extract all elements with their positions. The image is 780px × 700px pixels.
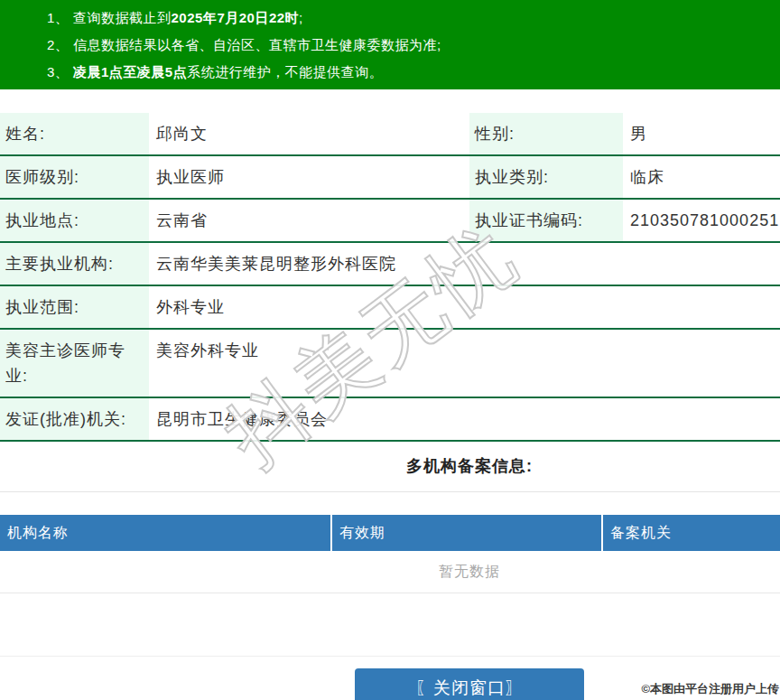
column-header-validity-period: 有效期 xyxy=(332,515,603,551)
field-value-practice-scope: 外科专业 xyxy=(149,285,780,329)
table-row: 美容主诊医师专业: 美容外科专业 xyxy=(0,329,780,397)
field-value-name: 邱尚文 xyxy=(149,113,469,155)
notice-line-3: 3、 凌晨1点至凌晨5点系统进行维护，不能提供查询。 xyxy=(47,59,771,86)
notice-line-3-text: 3、 xyxy=(47,64,73,79)
field-value-issuing-authority: 昆明市卫生健康委员会 xyxy=(149,397,780,441)
table-row: 执业范围: 外科专业 xyxy=(0,285,780,329)
field-label-doctor-level: 医师级别: xyxy=(0,155,149,199)
table-row: 发证(批准)机关: 昆明市卫生健康委员会 xyxy=(0,397,780,441)
upload-note: ©本图由平台注册用户上传 xyxy=(641,681,779,697)
field-value-certificate-code: 210350781000251 xyxy=(623,199,780,242)
notice-line-3-bold: 凌晨1点至凌晨5点 xyxy=(73,64,187,79)
field-value-main-institution: 云南华美美莱昆明整形外科医院 xyxy=(149,242,780,285)
doctor-info-table: 姓名: 邱尚文 性别: 男 医师级别: 执业医师 执业类别: 临床 执业地点: … xyxy=(0,113,780,442)
field-value-doctor-level: 执业医师 xyxy=(149,155,469,199)
field-label-name: 姓名: xyxy=(0,113,149,155)
notice-line-1-tail: ; xyxy=(299,10,303,25)
table-row: 主要执业机构: 云南华美美莱昆明整形外科医院 xyxy=(0,242,780,285)
column-header-filing-authority: 备案机关 xyxy=(603,515,780,551)
notice-line-1: 1、 查询数据截止到2025年7月20日22时; xyxy=(47,5,771,32)
notice-banner: 1、 查询数据截止到2025年7月20日22时; 2、 信息数据结果以各省、自治… xyxy=(0,0,780,89)
notice-line-2: 2、 信息数据结果以各省、自治区、直辖市卫生健康委数据为准; xyxy=(47,32,771,59)
table-row: 姓名: 邱尚文 性别: 男 xyxy=(0,113,780,155)
section-title-multi-institution: 多机构备案信息: xyxy=(0,442,780,491)
notice-line-2-text: 2、 信息数据结果以各省、自治区、直辖市卫生健康委数据为准; xyxy=(47,37,441,52)
filing-table-header: 机构名称 有效期 备案机关 xyxy=(0,515,780,551)
section-divider xyxy=(0,491,780,492)
empty-data-text: 暂无数据 xyxy=(0,551,780,593)
column-header-institution-name: 机构名称 xyxy=(0,515,332,551)
field-label-cosmetic-specialty: 美容主诊医师专业: xyxy=(0,329,149,397)
field-value-gender: 男 xyxy=(623,113,780,155)
close-window-button[interactable]: 〖关闭窗口〗 xyxy=(355,668,584,700)
field-value-practice-category: 临床 xyxy=(623,155,780,199)
field-value-cosmetic-specialty: 美容外科专业 xyxy=(149,329,780,397)
notice-line-3-tail: 系统进行维护，不能提供查询。 xyxy=(187,64,383,79)
field-value-practice-location: 云南省 xyxy=(149,199,469,242)
field-label-practice-category: 执业类别: xyxy=(469,155,623,199)
empty-table-body xyxy=(0,593,780,657)
table-row: 医师级别: 执业医师 执业类别: 临床 xyxy=(0,155,780,199)
field-label-gender: 性别: xyxy=(469,113,623,155)
notice-line-1-text: 1、 查询数据截止到 xyxy=(47,10,172,25)
field-label-main-institution: 主要执业机构: xyxy=(0,242,149,285)
field-label-practice-location: 执业地点: xyxy=(0,199,149,242)
field-label-practice-scope: 执业范围: xyxy=(0,285,149,329)
field-label-certificate-code: 执业证书编码: xyxy=(469,199,623,242)
notice-line-1-bold: 2025年7月20日22时 xyxy=(172,10,300,25)
field-label-issuing-authority: 发证(批准)机关: xyxy=(0,397,149,441)
table-row: 执业地点: 云南省 执业证书编码: 210350781000251 xyxy=(0,199,780,242)
